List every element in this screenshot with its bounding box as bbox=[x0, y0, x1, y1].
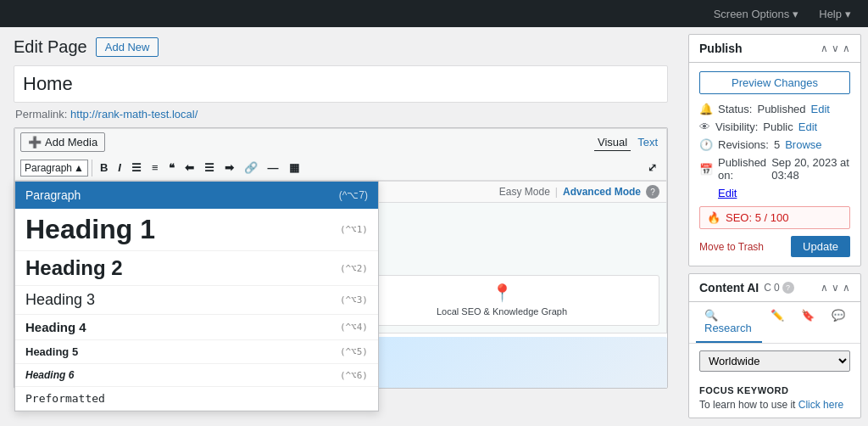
heading6-label: Heading 6 bbox=[25, 369, 74, 381]
italic-button[interactable]: I bbox=[114, 159, 125, 177]
heading1-label: Heading 1 bbox=[25, 214, 155, 245]
help-label: Help bbox=[819, 8, 842, 20]
view-tabs: Visual Text bbox=[594, 134, 661, 151]
page-title: Edit Page bbox=[14, 37, 87, 57]
focus-keyword-link[interactable]: Click here bbox=[798, 399, 843, 411]
preview-changes-button[interactable]: Preview Changes bbox=[699, 71, 850, 94]
publish-close-arrow[interactable]: ∧ bbox=[843, 42, 850, 54]
publish-controls: ∧ ∨ ∧ bbox=[821, 42, 850, 54]
dropdown-heading2[interactable]: Heading 2 (^⌥2) bbox=[15, 251, 378, 286]
advanced-mode-link[interactable]: Advanced Mode bbox=[563, 186, 641, 198]
easy-mode-link[interactable]: Easy Mode bbox=[499, 186, 550, 198]
local-seo-card[interactable]: 📍 Local SEO & Knowledge Graph bbox=[344, 275, 659, 326]
content-ai-header: Content AI C 0 ? ∧ ∨ ∧ bbox=[689, 274, 860, 302]
dropdown-heading1[interactable]: Heading 1 (^⌥1) bbox=[15, 209, 378, 251]
permalink-label: Permalink: bbox=[15, 108, 67, 121]
content-ai-controls: ∧ ∨ ∧ bbox=[821, 282, 850, 294]
tab-research[interactable]: 🔍 Research bbox=[696, 302, 762, 343]
published-edit-link[interactable]: Edit bbox=[718, 187, 737, 199]
tab-visual[interactable]: Visual bbox=[594, 134, 631, 151]
preformatted-label: Preformatted bbox=[25, 392, 105, 405]
align-left-button[interactable]: ⬅ bbox=[181, 159, 198, 177]
mode-help-icon[interactable]: ? bbox=[646, 185, 659, 199]
bookmark-icon: 🔖 bbox=[801, 309, 815, 322]
add-media-label: Add Media bbox=[45, 136, 97, 149]
published-on-row: 📅 Published on: Sep 20, 2023 at 03:48 bbox=[699, 156, 850, 182]
tab-text[interactable]: Text bbox=[634, 134, 661, 151]
screen-options-arrow: ▾ bbox=[793, 8, 798, 20]
link-button[interactable]: 🔗 bbox=[240, 159, 262, 177]
publish-metabox-header[interactable]: Publish ∧ ∨ ∧ bbox=[689, 35, 860, 63]
tab-write[interactable]: ✏️ bbox=[762, 302, 793, 343]
heading5-label: Heading 5 bbox=[25, 345, 78, 358]
more-button[interactable]: — bbox=[264, 159, 283, 177]
dropdown-heading6[interactable]: Heading 6 (^⌥6) bbox=[15, 364, 378, 387]
content-ai-metabox: Content AI C 0 ? ∧ ∨ ∧ 🔍 Research bbox=[688, 273, 861, 418]
publish-title: Publish bbox=[699, 42, 743, 55]
permalink-row: Permalink: http://rank-math-test.local/ bbox=[14, 108, 668, 121]
seo-score-icon: 🔥 bbox=[707, 211, 721, 224]
align-right-button[interactable]: ➡ bbox=[220, 159, 238, 177]
help-button[interactable]: Help ▾ bbox=[812, 4, 858, 24]
ul-button[interactable]: ☰ bbox=[127, 159, 146, 177]
bold-button[interactable]: B bbox=[96, 159, 112, 177]
dropdown-preformatted[interactable]: Preformatted bbox=[15, 387, 378, 411]
visibility-edit-link[interactable]: Edit bbox=[798, 121, 817, 133]
move-to-trash-link[interactable]: Move to Trash bbox=[699, 241, 764, 253]
add-media-button[interactable]: ➕ Add Media bbox=[20, 132, 105, 152]
dropdown-header: Paragraph (^⌥7) bbox=[15, 182, 378, 209]
align-center-button[interactable]: ☰ bbox=[200, 159, 219, 177]
seo-score-value: SEO: 5 / 100 bbox=[726, 211, 788, 224]
heading3-shortcut: (^⌥3) bbox=[340, 294, 368, 305]
revisions-row: 🕐 Revisions: 5 Browse bbox=[699, 138, 850, 151]
tab-chat[interactable]: 💬 bbox=[823, 302, 854, 343]
ol-button[interactable]: ≡ bbox=[147, 159, 163, 177]
content-ai-left: Content AI C 0 ? bbox=[699, 281, 794, 294]
blockquote-button[interactable]: ❝ bbox=[164, 159, 179, 177]
ai-count: C 0 ? bbox=[764, 282, 793, 294]
ai-help-icon[interactable]: ? bbox=[782, 282, 794, 294]
status-row: 🔔 Status: Published Edit bbox=[699, 103, 850, 115]
publish-metabox: Publish ∧ ∨ ∧ Preview Changes 🔔 Status: … bbox=[688, 34, 861, 266]
heading3-label: Heading 3 bbox=[25, 291, 95, 309]
plus-icon: ➕ bbox=[28, 136, 42, 149]
status-edit-link[interactable]: Edit bbox=[811, 103, 830, 115]
publish-up-arrow[interactable]: ∧ bbox=[821, 42, 828, 54]
dropdown-heading3[interactable]: Heading 3 (^⌥3) bbox=[15, 286, 378, 315]
dropdown-header-shortcut: (^⌥7) bbox=[339, 189, 368, 201]
content-area: Edit Page Add New Permalink: http://rank… bbox=[0, 27, 682, 426]
seo-score-badge: 🔥 SEO: 5 / 100 bbox=[699, 206, 850, 229]
local-seo-icon: 📍 bbox=[492, 283, 513, 303]
content-ai-up-arrow[interactable]: ∧ bbox=[821, 282, 828, 294]
focus-keyword-label: FOCUS KEYWORD bbox=[699, 385, 850, 395]
fullscreen-button[interactable]: ⤢ bbox=[643, 159, 661, 177]
paragraph-selector[interactable]: Paragraph ▲ bbox=[20, 160, 88, 177]
content-ai-close[interactable]: ∧ bbox=[843, 282, 850, 294]
dropdown-heading4[interactable]: Heading 4 (^⌥4) bbox=[15, 315, 378, 340]
paragraph-dropdown: Paragraph (^⌥7) Heading 1 (^⌥1) Heading … bbox=[14, 181, 379, 412]
tab-bookmark[interactable]: 🔖 bbox=[793, 302, 823, 343]
editor-content-wrapper: Paragraph (^⌥7) Heading 1 (^⌥1) Heading … bbox=[14, 181, 667, 334]
content-ai-tabs: 🔍 Research ✏️ 🔖 💬 bbox=[689, 302, 860, 344]
right-sidebar: Publish ∧ ∨ ∧ Preview Changes 🔔 Status: … bbox=[682, 27, 868, 426]
worldwide-select[interactable]: Worldwide bbox=[699, 350, 850, 372]
editor-toolbar-2: Paragraph ▲ B I ☰ ≡ ❝ ⬅ ☰ ➡ 🔗 — ▦ ⤢ bbox=[14, 155, 667, 181]
toolbar-toggle-button[interactable]: ▦ bbox=[285, 159, 303, 177]
heading1-shortcut: (^⌥1) bbox=[340, 224, 368, 235]
dropdown-heading5[interactable]: Heading 5 (^⌥5) bbox=[15, 340, 378, 364]
revisions-icon: 🕐 bbox=[699, 138, 713, 151]
visibility-icon: 👁 bbox=[699, 121, 710, 133]
add-new-button[interactable]: Add New bbox=[96, 37, 159, 57]
screen-options-button[interactable]: Screen Options ▾ bbox=[707, 4, 806, 24]
page-title-input[interactable] bbox=[14, 65, 668, 103]
admin-bar: Screen Options ▾ Help ▾ bbox=[0, 0, 868, 27]
publish-down-arrow[interactable]: ∨ bbox=[832, 42, 839, 54]
revisions-browse-link[interactable]: Browse bbox=[785, 138, 821, 151]
worldwide-select-row: Worldwide bbox=[699, 350, 850, 372]
heading2-label: Heading 2 bbox=[25, 256, 123, 280]
update-button[interactable]: Update bbox=[791, 236, 850, 257]
publish-footer: Move to Trash Update bbox=[699, 236, 850, 257]
content-ai-down-arrow[interactable]: ∨ bbox=[832, 282, 839, 294]
paragraph-arrow: ▲ bbox=[74, 162, 84, 174]
permalink-link[interactable]: http://rank-math-test.local/ bbox=[70, 108, 198, 121]
